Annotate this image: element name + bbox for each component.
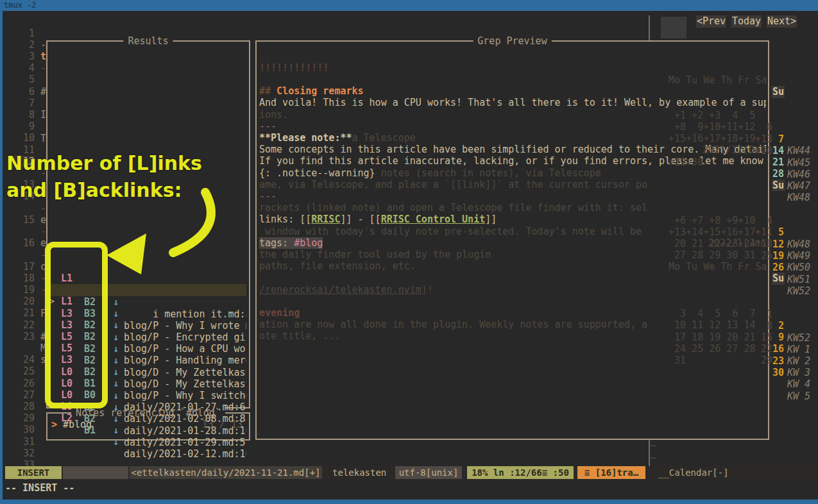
mode-indicator: INSERT: [5, 466, 62, 479]
tilde: ~: [651, 440, 656, 451]
annotation-arrow: [77, 180, 244, 282]
terminal-screen: tmux -2 1 --- 2 title: Sunday, November …: [0, 0, 818, 504]
tmux-title: tmux -2: [4, 1, 37, 10]
encoding-segment: utf-8[unix]: [395, 466, 462, 479]
cursor-position-segment: 18% ln :12/66≡ :50: [467, 466, 574, 479]
plugin-name: telekasten: [332, 466, 386, 479]
annotation-text-line1: Number of [L]inks: [6, 152, 202, 174]
tilde: ~: [651, 452, 656, 464]
tmux-titlebar: tmux -2: [0, 0, 818, 11]
empty-line-tilde: ~: [651, 452, 656, 464]
window-border-bottom: [0, 500, 818, 504]
command-line-mode-text: -- INSERT --: [5, 482, 74, 494]
calendar-window-statusline: __Calendar[-]: [658, 466, 729, 479]
git-branch-segment: main!: [63, 466, 128, 479]
window-border-left: [0, 11, 3, 500]
empty-line-tilde: ~: [651, 440, 656, 452]
file-path-segment: <ettelkasten/daily/2021-11-21.md[+]: [130, 466, 322, 479]
statusline: INSERT main! <ettelkasten/daily/2021-11-…: [3, 466, 818, 479]
tab-indicator-segment: ≡ [16]tra…: [577, 466, 645, 479]
